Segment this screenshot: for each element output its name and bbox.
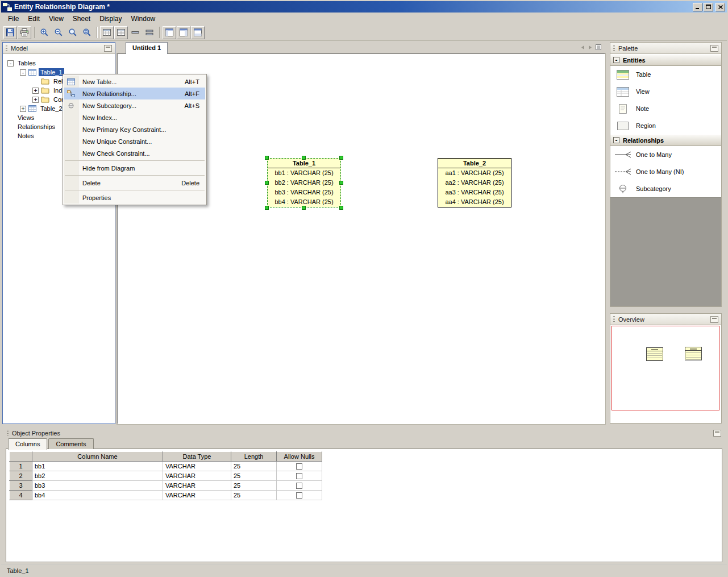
cell-allow-nulls[interactable] [277,462,322,471]
selection-handle[interactable] [339,156,343,160]
menu-delete[interactable]: Delete Delete [64,177,205,189]
row-number[interactable]: 1 [10,462,32,471]
cell-data-type[interactable]: VARCHAR [163,471,231,481]
menu-new-check-constraint[interactable]: New Check Constraint... [64,147,205,159]
undock-icon[interactable] [104,45,112,52]
layout-right-panel-button[interactable] [177,26,190,39]
entity-table-1[interactable]: Table_1 bb1 : VARCHAR (25) bb2 : VARCHAR… [267,158,341,207]
cell-length[interactable]: 25 [231,481,277,491]
undock-icon[interactable] [713,430,721,437]
allow-nulls-checkbox[interactable] [296,463,302,470]
zoom-in-button[interactable] [38,26,51,39]
selection-handle[interactable] [339,181,343,185]
selection-handle[interactable] [339,206,343,210]
cell-column-name[interactable]: bb4 [32,491,163,500]
relationship-icon [67,90,75,97]
zoom-normal-button[interactable] [66,26,80,39]
cell-length[interactable]: 25 [231,462,277,471]
collapse-group-icon[interactable] [613,137,619,143]
layout-bottom-panel-button[interactable] [191,26,205,39]
menu-properties[interactable]: Properties [64,192,205,204]
selection-handle[interactable] [265,206,269,210]
cell-data-type[interactable]: VARCHAR [163,491,231,500]
grid-view-button[interactable] [100,26,114,39]
menu-new-relationship[interactable]: New Relationship... Alt+F [64,88,205,99]
menu-view[interactable]: View [44,14,68,24]
undock-icon[interactable] [710,316,718,323]
menu-sheet[interactable]: Sheet [68,14,95,24]
allow-nulls-checkbox[interactable] [296,473,302,479]
expand-expander-icon[interactable] [32,88,39,94]
tree-item-tables[interactable]: Tables [3,59,115,68]
allow-nulls-checkbox[interactable] [296,492,302,499]
expand-expander-icon[interactable] [20,106,26,112]
menu-new-subcategory[interactable]: New Subcategory... Alt+S [64,99,205,111]
cell-length[interactable]: 25 [231,471,277,481]
tab-comments[interactable]: Comments [48,438,93,449]
cell-allow-nulls[interactable] [277,471,322,481]
prev-sheet-icon[interactable] [580,45,585,50]
next-sheet-icon[interactable] [588,45,593,50]
allow-nulls-checkbox[interactable] [296,483,302,489]
cell-column-name[interactable]: bb2 [32,471,163,481]
tab-columns[interactable]: Columns [8,438,47,450]
menu-display[interactable]: Display [95,14,126,24]
collapse-expander-icon[interactable] [20,69,26,76]
palette-item-one-to-many-ni[interactable]: One to Many (NI) [610,163,721,180]
collapse-expander-icon[interactable] [7,60,14,67]
menu-window[interactable]: Window [127,14,160,24]
save-button[interactable] [3,26,17,39]
cell-column-name[interactable]: bb3 [32,481,163,491]
cell-allow-nulls[interactable] [277,491,322,500]
menu-new-unique-constraint[interactable]: New Unique Constraint... [64,135,205,147]
maximize-button[interactable] [704,3,713,11]
cell-length[interactable]: 25 [231,491,277,500]
row-number[interactable]: 3 [10,481,32,491]
panel-grip[interactable] [613,45,615,52]
cell-allow-nulls[interactable] [277,481,322,491]
columns-view-button[interactable] [114,26,128,39]
selection-handle[interactable] [265,156,269,160]
palette-item-subcategory[interactable]: Subcategory [610,180,721,197]
collapse-group-icon[interactable] [613,57,619,63]
menu-hide-from-diagram[interactable]: Hide from Diagram [64,162,205,174]
undock-icon[interactable] [710,45,718,52]
selection-handle[interactable] [302,206,306,210]
layout-left-panel-button[interactable] [163,26,176,39]
menu-new-primary-key-constraint[interactable]: New Primary Key Constraint... [64,123,205,135]
overview-viewport[interactable] [611,326,719,410]
tab-untitled-1[interactable]: Untitled 1 [126,42,168,54]
palette-item-note[interactable]: Note [610,100,721,117]
expand-expander-icon[interactable] [32,97,39,103]
cell-data-type[interactable]: VARCHAR [163,462,231,471]
palette-item-table[interactable]: Table [610,66,721,83]
panel-grip[interactable] [7,430,9,437]
cell-data-type[interactable]: VARCHAR [163,481,231,491]
menu-file[interactable]: File [3,14,23,24]
entity-table-2[interactable]: Table_2 aa1 : VARCHAR (25) aa2 : VARCHAR… [438,158,511,207]
row-number[interactable]: 4 [10,491,32,500]
selection-handle[interactable] [302,156,306,160]
cell-column-name[interactable]: bb1 [32,462,163,471]
palette-item-one-to-many[interactable]: One to Many [610,146,721,163]
palette-group-relationships[interactable]: Relationships [610,134,721,146]
menu-new-table[interactable]: New Table... Alt+T [64,76,205,88]
collapse-all-panels-button[interactable] [143,26,156,39]
close-button[interactable] [715,3,725,11]
print-button[interactable] [18,26,31,39]
row-number[interactable]: 2 [10,471,32,481]
palette-item-view[interactable]: View [610,83,721,100]
panel-grip[interactable] [613,316,615,323]
palette-group-entities[interactable]: Entities [610,54,721,66]
menu-new-index[interactable]: New Index... [64,111,205,123]
zoom-out-button[interactable] [52,26,65,39]
sheet-list-icon[interactable] [595,44,602,51]
palette-item-region[interactable]: Region [610,117,721,134]
collapse-panel-button[interactable] [128,26,142,39]
selection-handle[interactable] [265,181,269,185]
mini-table-body [647,351,662,360]
minimize-button[interactable] [693,3,702,11]
menu-edit[interactable]: Edit [23,14,44,24]
zoom-fit-button[interactable] [80,26,94,39]
panel-grip[interactable] [6,45,7,52]
